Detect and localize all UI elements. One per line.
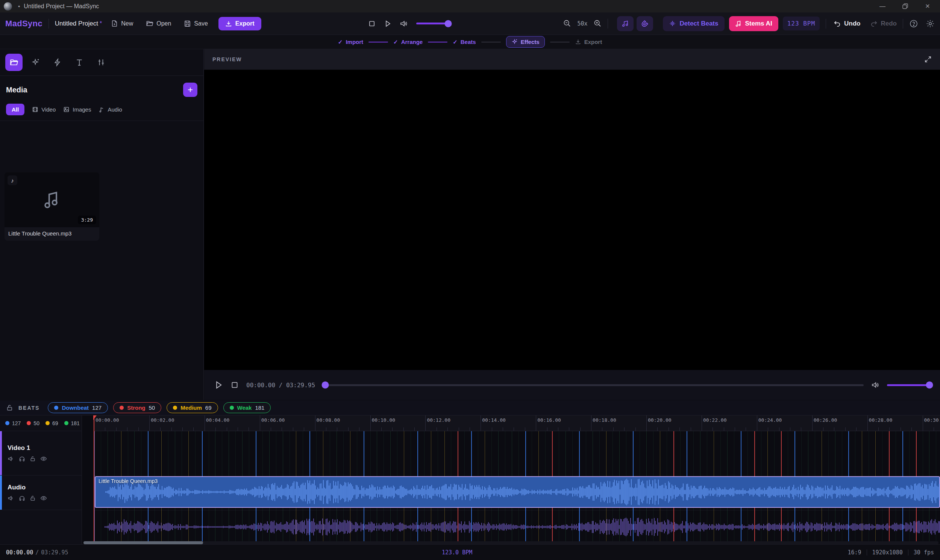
visibility-eye-icon[interactable] xyxy=(40,495,47,502)
mute-toggle-icon[interactable] xyxy=(8,455,14,462)
beat-count: 69 xyxy=(205,405,212,411)
step-export[interactable]: Export xyxy=(575,39,602,45)
sparkles-icon xyxy=(511,39,518,45)
step-arrange[interactable]: ✓Arrange xyxy=(393,39,423,45)
playhead[interactable] xyxy=(94,415,94,541)
play-button[interactable] xyxy=(384,20,391,28)
tool-media-library[interactable] xyxy=(5,54,23,71)
timeline-ruler[interactable]: 00:00.0000:02.0000:04.0000:06.0000:08.00… xyxy=(94,415,940,431)
folder-open-icon xyxy=(146,20,153,27)
solo-headphones-icon[interactable] xyxy=(19,495,25,502)
speaker-icon[interactable] xyxy=(871,381,880,389)
time-separator: / xyxy=(279,382,283,389)
zoom-in-button[interactable] xyxy=(594,20,602,28)
help-button[interactable] xyxy=(909,19,918,28)
detect-beats-label: Detect Beats xyxy=(680,20,719,28)
stems-ai-button[interactable]: Stems AI xyxy=(729,16,778,31)
step-effects[interactable]: Effects xyxy=(506,36,545,48)
step-label: Effects xyxy=(521,39,540,45)
export-button[interactable]: Export xyxy=(218,17,261,31)
track-header-audio[interactable]: Audio xyxy=(0,475,82,510)
step-beats[interactable]: ✓Beats xyxy=(453,39,475,45)
filter-audio[interactable]: Audio xyxy=(99,106,122,113)
bpm-badge: 123 BPM xyxy=(783,17,820,31)
playhead-flag xyxy=(93,415,97,420)
solo-headphones-icon[interactable] xyxy=(19,455,25,462)
scrollbar-thumb[interactable] xyxy=(83,541,203,544)
filter-video[interactable]: Video xyxy=(32,106,56,113)
track-header-video1[interactable]: Video 1 xyxy=(0,431,82,475)
open-button[interactable]: Open xyxy=(142,17,175,30)
beats-legend: 1275069181 xyxy=(0,415,82,431)
beat-dot xyxy=(173,406,177,410)
ruler-tick-label: 00:16.00 xyxy=(537,417,561,423)
fullscreen-button[interactable] xyxy=(924,55,932,63)
media-sidebar: Media + All Video Images Audio ♪ 3:29 Li… xyxy=(0,49,204,400)
minimize-button[interactable]: — xyxy=(874,1,891,12)
settings-gear-button[interactable] xyxy=(926,19,935,28)
music-note-icon xyxy=(99,107,105,113)
save-button[interactable]: Save xyxy=(180,17,211,30)
status-bar: 00:00.00 / 03:29.95 123.0 BPM 16:9 1920x… xyxy=(0,544,940,560)
play-button[interactable] xyxy=(214,380,223,389)
filter-all[interactable]: All xyxy=(6,104,25,115)
lock-toggle-icon[interactable] xyxy=(30,455,36,462)
redo-icon xyxy=(871,20,878,27)
beat-count: 50 xyxy=(148,405,155,411)
save-label: Save xyxy=(194,20,208,27)
show-beats-toggle[interactable] xyxy=(617,16,634,31)
add-media-button[interactable]: + xyxy=(183,83,198,97)
beat-filter-weak[interactable]: Weak181 xyxy=(223,402,271,413)
tool-effects[interactable] xyxy=(27,54,44,71)
stop-button[interactable] xyxy=(230,381,239,389)
new-button[interactable]: New xyxy=(107,17,137,30)
beats-label: BEATS xyxy=(19,405,40,411)
zoom-out-button[interactable] xyxy=(563,20,571,28)
beat-filter-medium[interactable]: Medium69 xyxy=(167,402,218,413)
close-button[interactable]: ✕ xyxy=(919,1,936,12)
filter-images[interactable]: Images xyxy=(63,106,91,113)
step-import[interactable]: ✓Import xyxy=(338,39,363,45)
tool-transitions[interactable] xyxy=(49,54,66,71)
undo-button[interactable]: Undo xyxy=(833,20,860,28)
preview-screen xyxy=(204,70,940,370)
lock-toggle-icon[interactable] xyxy=(30,495,36,502)
speaker-icon[interactable] xyxy=(400,20,408,28)
sliders-icon xyxy=(97,58,105,66)
audio-clip[interactable]: Little Trouble Queen.mp3 xyxy=(95,476,940,508)
check-icon: ✓ xyxy=(338,39,343,45)
download-icon xyxy=(575,39,581,45)
beat-filter-strong[interactable]: Strong50 xyxy=(113,402,161,413)
music-notes-icon xyxy=(622,20,629,28)
main-toolbar: MadSync Untitled Project * New Open Save… xyxy=(0,12,940,35)
ruler-tick-label: 00:06.00 xyxy=(261,417,285,423)
redo-button[interactable]: Redo xyxy=(871,20,897,28)
beat-name: Medium xyxy=(181,405,202,411)
folder-icon xyxy=(10,58,18,66)
beat-count: 127 xyxy=(92,405,102,411)
undo-icon xyxy=(833,20,841,27)
visibility-eye-icon[interactable] xyxy=(40,455,47,462)
stop-button[interactable] xyxy=(368,20,376,28)
restore-button[interactable] xyxy=(897,1,914,12)
export-label: Export xyxy=(235,20,255,27)
media-item-name: Little Trouble Queen.mp3 xyxy=(5,227,99,240)
toolbar-volume-slider[interactable] xyxy=(416,23,451,25)
beat-filter-downbeat[interactable]: Downbeat127 xyxy=(48,402,108,413)
media-panel-title: Media xyxy=(6,86,28,94)
tool-adjustments[interactable] xyxy=(93,54,110,71)
snap-magnet-toggle[interactable] xyxy=(637,16,653,31)
seek-slider[interactable] xyxy=(323,384,864,386)
lightning-icon xyxy=(53,58,62,66)
media-item-card[interactable]: ♪ 3:29 Little Trouble Queen.mp3 xyxy=(5,172,99,241)
mute-toggle-icon[interactable] xyxy=(8,495,14,502)
lock-open-icon[interactable] xyxy=(6,404,13,411)
tool-text[interactable] xyxy=(71,54,88,71)
step-label: Import xyxy=(346,39,363,45)
ruler-tick-label: 00:24.00 xyxy=(758,417,782,423)
preview-volume-slider[interactable] xyxy=(887,384,930,386)
timeline-scrollbar[interactable] xyxy=(83,541,938,544)
filter-label: Video xyxy=(42,106,56,113)
beat-dot xyxy=(120,406,124,410)
detect-beats-button[interactable]: Detect Beats xyxy=(663,16,725,31)
